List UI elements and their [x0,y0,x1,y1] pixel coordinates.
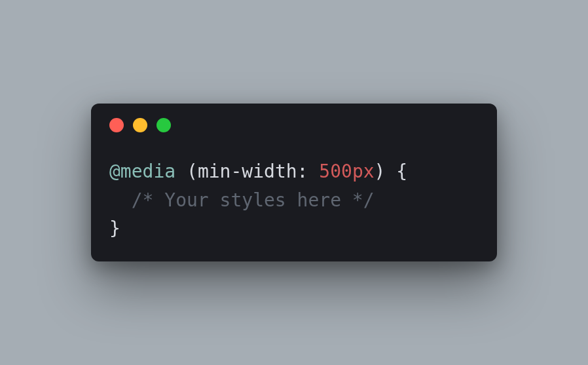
token-colon: : [297,161,308,182]
code-window: @media (min-width: 500px) { /* Your styl… [91,104,497,261]
token-brace-close: } [109,218,120,239]
token-property: min-width [198,161,297,182]
token-brace-open: { [396,161,407,182]
token-value: 500px [319,161,374,182]
window-controls [109,118,479,132]
token-comment: /* Your styles here */ [132,189,375,211]
token-space [175,161,187,182]
token-paren-open: ( [187,161,198,182]
token-space [385,161,396,182]
token-keyword: @media [109,161,175,182]
close-icon[interactable] [109,118,124,132]
code-block: @media (min-width: 500px) { /* Your styl… [109,157,479,242]
token-space [308,161,319,182]
minimize-icon[interactable] [133,118,147,132]
token-indent [109,189,132,211]
token-paren-close: ) [375,161,386,182]
maximize-icon[interactable] [156,118,171,132]
